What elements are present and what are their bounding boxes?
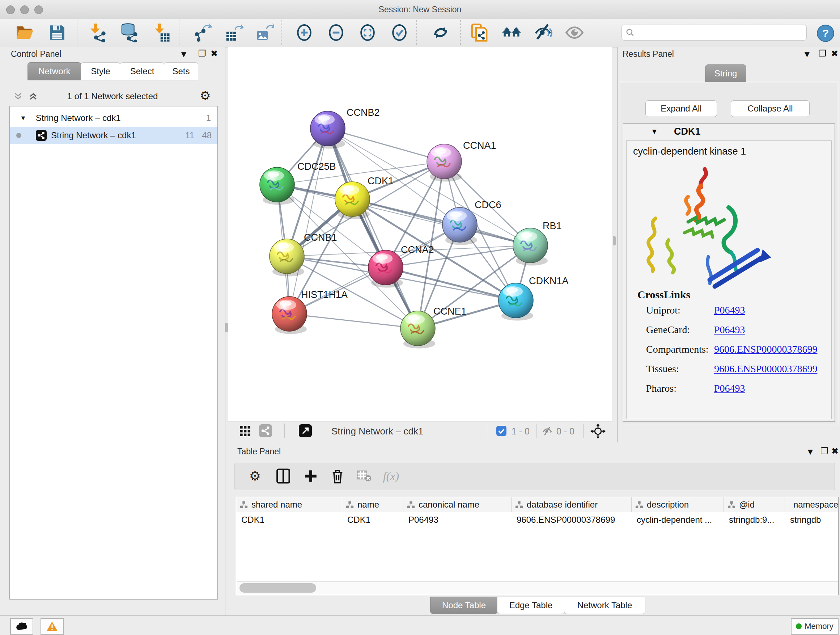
show-columns-icon[interactable] [273, 466, 294, 486]
column-header[interactable]: shared name [236, 497, 342, 512]
open-session-button[interactable] [14, 22, 35, 43]
scrollbar-thumb[interactable] [240, 583, 316, 593]
hide-graphics-details-button[interactable] [532, 22, 554, 43]
tab-network-table[interactable]: Network Table [564, 597, 645, 614]
export-network-button[interactable] [192, 22, 213, 43]
tissues-link[interactable]: 9606.ENSP00000378699 [714, 363, 817, 375]
zoom-selected-button[interactable] [388, 22, 410, 43]
section-collapse-icon[interactable]: ▼ [651, 127, 658, 136]
crosslink-label: Uniprot: [646, 304, 681, 316]
node-label-ccna1: CCNA1 [463, 140, 496, 151]
table-panel-menu-icon[interactable]: ▼ [806, 447, 815, 457]
column-header[interactable]: canonical name [403, 497, 512, 512]
column-header[interactable]: database identifier [512, 497, 632, 512]
delete-table-icon[interactable] [354, 466, 374, 486]
node-table[interactable]: shared name name canonical name database… [236, 497, 838, 595]
table-panel: Table Panel ▼ ❐ ✖ ⚙ [228, 442, 840, 616]
search-input[interactable] [622, 25, 807, 41]
network-view-canvas[interactable]: CCNB2CCNA1CDC25BCDK1CDC6RB1CCNB1CCNA2CDK… [228, 47, 612, 421]
results-panel-close-icon[interactable]: ✖ [831, 49, 838, 59]
string-network-icon [36, 130, 47, 141]
tab-string[interactable]: String [705, 65, 746, 82]
zoom-in-button[interactable] [294, 22, 315, 43]
uniprot-link[interactable]: P06493 [714, 304, 745, 316]
apply-layout-button[interactable] [430, 22, 452, 43]
network-collection-row[interactable]: ▼ String Network – cdk1 1 [10, 109, 218, 127]
tab-network[interactable]: Network [27, 62, 81, 80]
section-title: CDK1 [674, 126, 701, 137]
expand-all-button[interactable]: Expand All [645, 100, 717, 117]
delete-column-trash-icon[interactable] [327, 466, 347, 486]
column-header[interactable]: @id [724, 497, 785, 512]
table-horizontal-scrollbar[interactable] [237, 581, 838, 594]
network-overview-button[interactable] [501, 22, 523, 43]
open-in-new-window-icon[interactable] [299, 424, 312, 437]
show-graphics-details-button[interactable] [564, 22, 585, 43]
right-splitter-handle[interactable] [613, 236, 616, 245]
control-panel-close-icon[interactable]: ✖ [210, 49, 218, 59]
table-cell[interactable]: stringdb:9... [724, 512, 785, 527]
table-cell[interactable]: stringdb [785, 512, 838, 527]
toolbar-separator [416, 20, 417, 45]
grid-view-icon[interactable] [240, 425, 251, 437]
compartments-link[interactable]: 9606.ENSP00000378699 [714, 344, 817, 355]
table-toolbar: ⚙ f(x) [234, 463, 835, 490]
column-type-icon [240, 501, 248, 509]
crosslink-label: Compartments: [646, 344, 709, 355]
table-panel-float-icon[interactable]: ❐ [821, 446, 829, 456]
create-column-icon[interactable] [301, 466, 321, 486]
network-snapshot-button[interactable] [469, 22, 491, 43]
column-header[interactable]: name [342, 497, 403, 512]
column-type-icon [346, 501, 354, 509]
import-table-file-button[interactable] [150, 22, 172, 43]
table-options-gear-icon[interactable]: ⚙ [245, 466, 265, 486]
protein-structure-image [632, 163, 781, 290]
node-label-cdc6: CDC6 [475, 200, 501, 211]
results-panel-menu-icon[interactable]: ▼ [803, 49, 812, 59]
function-builder-icon[interactable]: f(x) [381, 466, 401, 486]
warnings-button[interactable] [41, 618, 64, 635]
tab-edge-table[interactable]: Edge Table [497, 597, 565, 614]
column-header[interactable]: namespace [785, 497, 838, 512]
toolbar-separator [77, 20, 77, 45]
tab-select[interactable]: Select [120, 62, 164, 80]
tab-sets[interactable]: Sets [164, 62, 198, 80]
tab-node-table[interactable]: Node Table [430, 597, 498, 614]
network-share-view-icon[interactable] [259, 424, 272, 437]
table-cell[interactable]: 9606.ENSP00000378699 [512, 512, 632, 527]
column-type-icon [635, 501, 643, 509]
import-network-database-button[interactable] [118, 22, 140, 43]
column-header[interactable]: description [632, 497, 724, 512]
save-session-button[interactable] [46, 22, 68, 43]
help-button[interactable]: ? [815, 22, 836, 44]
export-image-button[interactable] [254, 22, 275, 43]
selected-checkbox-icon[interactable] [496, 426, 507, 436]
table-cell[interactable]: P06493 [403, 512, 512, 527]
birds-eye-view-icon[interactable] [591, 424, 606, 439]
zoom-fit-button[interactable] [357, 22, 378, 43]
table-panel-close-icon[interactable]: ✖ [831, 446, 838, 456]
export-table-button[interactable] [223, 22, 245, 43]
table-cell[interactable]: CDK1 [342, 512, 403, 527]
collapse-all-button[interactable]: Collapse All [731, 100, 810, 117]
genecard-link[interactable]: P06493 [714, 324, 745, 336]
results-panel-float-icon[interactable]: ❐ [819, 49, 827, 59]
table-cell[interactable]: cyclin-dependent ... [632, 512, 724, 527]
network-row-selected[interactable]: String Network – cdk1 11 48 [10, 127, 218, 144]
pharos-link[interactable]: P06493 [714, 383, 745, 394]
import-network-file-button[interactable] [86, 22, 108, 43]
collection-expand-icon[interactable]: ▼ [20, 114, 27, 122]
control-panel-menu-icon[interactable]: ▼ [180, 49, 188, 59]
network-tree: ▼ String Network – cdk1 1 String Network… [9, 106, 218, 600]
string-network-graph[interactable]: CCNB2CCNA1CDC25BCDK1CDC6RB1CCNB1CCNA2CDK… [228, 47, 612, 421]
tab-style[interactable]: Style [81, 62, 120, 80]
network-options-gear-icon[interactable]: ⚙ [200, 88, 210, 103]
memory-button[interactable]: Memory [791, 618, 838, 635]
table-cell[interactable]: CDK1 [236, 512, 342, 527]
zoom-out-button[interactable] [325, 22, 347, 43]
control-panel-float-icon[interactable]: ❐ [198, 49, 206, 59]
footer-separator [583, 424, 584, 438]
left-splitter-handle[interactable] [225, 323, 228, 333]
cloud-status-button[interactable] [10, 618, 33, 635]
collection-label: String Network – cdk1 [36, 113, 121, 123]
